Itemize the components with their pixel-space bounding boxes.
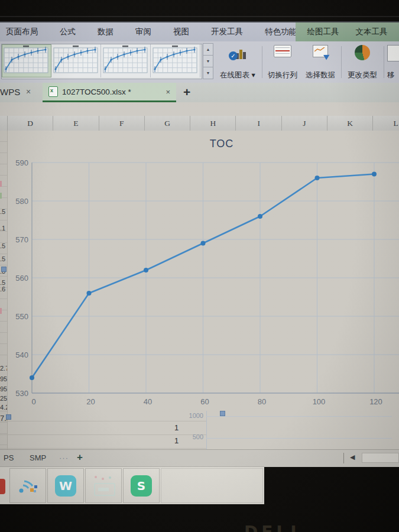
divider (343, 453, 344, 463)
mini-chart-gridline (206, 416, 392, 417)
svg-text:TOC: TOC (210, 138, 234, 150)
cell-fragment: .6 (0, 286, 5, 293)
svg-text:80: 80 (258, 397, 266, 406)
cell-gridline (0, 421, 206, 421)
close-icon[interactable]: × (166, 87, 170, 96)
chart-object[interactable]: TOC530540550560570580590020406080100120 (7, 131, 399, 411)
column-header-E[interactable]: E (53, 116, 99, 131)
spreadsheet-s-icon: S (131, 475, 152, 497)
select-data-icon (313, 45, 328, 57)
column-header-L[interactable]: L (373, 116, 399, 131)
chart-resize-handle-bottom[interactable] (220, 411, 225, 416)
cell-gridline (0, 434, 206, 435)
chart-style-thumb-4[interactable] (151, 44, 200, 77)
wifi-icon (16, 476, 40, 496)
svg-text:60: 60 (200, 397, 209, 406)
svg-text:540: 540 (15, 351, 28, 359)
sheet-tab-partial[interactable]: PS (4, 453, 14, 462)
column-header-row: D E F G H I J K L (0, 116, 399, 131)
tab-page-layout[interactable]: 页面布局 (6, 27, 38, 37)
move-chart-button-partial[interactable]: 移 (387, 45, 399, 80)
tab-text-tools[interactable]: 文本工具 (356, 27, 388, 37)
mini-chart-ytick: 500 (180, 433, 203, 440)
tab-drawing-tools[interactable]: 绘图工具 (307, 27, 339, 37)
tab-developer[interactable]: 开发工具 (211, 27, 243, 37)
horizontal-scrollbar[interactable] (362, 453, 399, 463)
tab-special-features[interactable]: 特色功能 (265, 27, 297, 37)
chart-style-thumb-1[interactable] (2, 44, 51, 77)
svg-text:570: 570 (15, 235, 28, 244)
sheet-tab-bar: PS SMP ··· + ◀ (0, 449, 399, 467)
column-header-D[interactable]: D (8, 116, 53, 131)
scroll-left-icon[interactable]: ◀ (350, 453, 355, 461)
wps-spreadsheet-app-tile[interactable]: S (123, 468, 160, 503)
cell-fragment: 25 (0, 395, 7, 402)
switch-row-col-button[interactable]: 切换行列 (265, 45, 300, 80)
tab-formulas[interactable]: 公式 (60, 27, 76, 37)
column-header-G[interactable]: G (145, 116, 190, 131)
chart-style-gallery (1, 44, 202, 79)
select-data-button[interactable]: 选择数据 (302, 45, 339, 80)
cell-value[interactable]: 1 (174, 436, 179, 445)
chart-style-thumb-3[interactable] (101, 44, 151, 77)
tab-data[interactable]: 数据 (98, 27, 113, 37)
contextual-tab-group: 绘图工具 文本工具 (296, 22, 399, 41)
column-header-K[interactable]: K (327, 116, 373, 131)
chart-resize-handle-bottom-left[interactable] (6, 414, 11, 420)
printer-faded-icon (92, 476, 115, 496)
faded-app-tile[interactable] (85, 468, 122, 503)
change-type-button[interactable]: 更改类型 (343, 45, 381, 80)
laptop-bezel-top (0, 0, 399, 22)
sheet-more-icon[interactable]: ··· (59, 453, 69, 462)
gallery-scroll: ▲ ▼ ▼ (203, 44, 213, 79)
column-header-partial[interactable] (0, 116, 8, 131)
svg-text:560: 560 (15, 274, 28, 283)
mini-chart-gridline (206, 438, 392, 439)
svg-text:530: 530 (15, 389, 28, 398)
sheet-tab-smp[interactable]: SMP (30, 453, 46, 462)
add-sheet-button[interactable]: + (77, 452, 83, 463)
toc-line-chart[interactable]: TOC530540550560570580590020406080100120 (7, 131, 399, 411)
ribbon-separator (262, 46, 262, 78)
chart-resize-handle-left[interactable] (1, 267, 7, 272)
svg-text:100: 100 (313, 397, 326, 406)
document-tab-bar: WPS × 1027TOC500.xlsx * × + (0, 83, 399, 102)
document-title: 1027TOC500.xlsx * (62, 87, 161, 96)
column-header-F[interactable]: F (99, 116, 145, 131)
new-tab-button[interactable]: + (183, 85, 190, 99)
partial-app-icon[interactable] (0, 479, 5, 494)
cell-fragment: 95 (0, 385, 7, 392)
mini-chart-ytick: 1000 (180, 412, 203, 419)
cell-fragment: 95 (0, 375, 7, 382)
svg-text:40: 40 (144, 397, 152, 406)
online-chart-icon: ✓ (229, 45, 246, 60)
ribbon-body: ▲ ▼ ▼ ✓ 在线图表 ▾ 切换行列 选择数据 更改类型 移 (0, 41, 399, 83)
ribbon-separator (384, 46, 384, 78)
tab-view[interactable]: 视图 (173, 27, 189, 37)
dell-logo: DELL (244, 523, 315, 532)
close-icon[interactable]: × (26, 87, 31, 96)
laptop-bezel-bottom (0, 504, 399, 532)
online-chart-button[interactable]: ✓ 在线图表 ▾ (216, 45, 259, 80)
cell-fragment: .5 (0, 208, 5, 215)
wps-writer-app-tile[interactable]: W (47, 468, 84, 503)
svg-text:580: 580 (15, 197, 28, 206)
column-header-I[interactable]: I (236, 116, 281, 131)
chart-style-thumb-2[interactable] (51, 44, 101, 77)
column-header-H[interactable]: H (190, 116, 236, 131)
gallery-scroll-up-icon[interactable]: ▲ (203, 43, 213, 56)
svg-text:550: 550 (15, 312, 28, 321)
svg-text:590: 590 (15, 158, 28, 167)
bezel-highlight (0, 16, 399, 17)
svg-text:120: 120 (369, 397, 382, 406)
writer-w-icon: W (55, 475, 76, 497)
switch-row-col-icon (274, 45, 291, 57)
gallery-scroll-down-icon[interactable]: ▼ (203, 55, 213, 67)
gallery-more-icon[interactable]: ▼ (203, 67, 213, 79)
tab-review[interactable]: 审阅 (135, 27, 151, 37)
wifi-share-app-tile[interactable] (9, 468, 46, 503)
cell-value[interactable]: 1 (174, 423, 179, 432)
active-document-tab[interactable]: 1027TOC500.xlsx * × (43, 83, 176, 102)
column-header-J[interactable]: J (282, 116, 327, 131)
app-tab-partial[interactable]: WPS (0, 87, 20, 97)
